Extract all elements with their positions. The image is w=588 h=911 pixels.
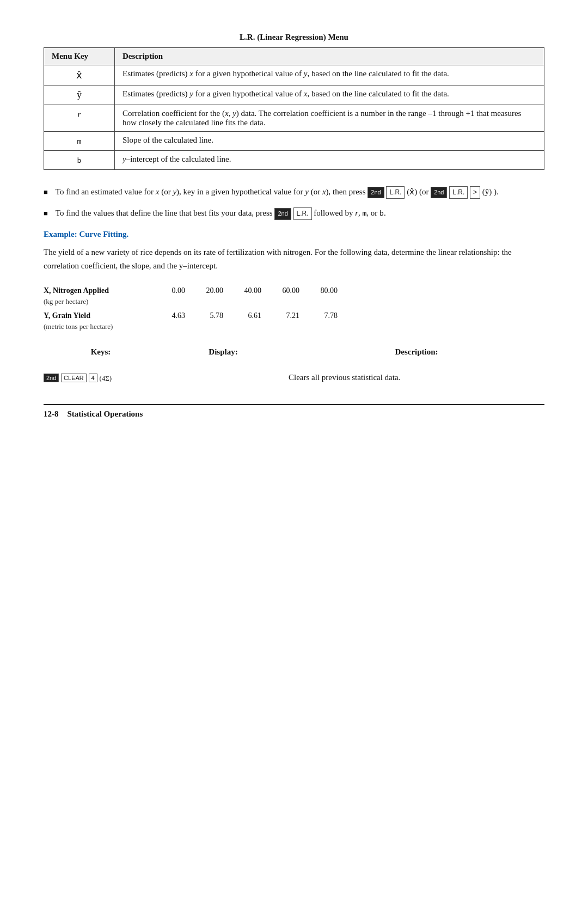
key-2nd-3: 2nd bbox=[274, 208, 291, 220]
row-desc-3: Correlation coefficient for the (x, y) d… bbox=[115, 105, 544, 132]
lr-table: Menu Key Description x̂ Estimates (predi… bbox=[44, 47, 544, 170]
desc-text: Clears all previous statistical data. bbox=[289, 373, 400, 382]
keys-header: Keys: bbox=[44, 347, 158, 357]
display-col-content bbox=[163, 373, 283, 383]
y-val-4: 7.78 bbox=[305, 310, 343, 321]
row-desc-1: Estimates (predicts) x for a given hypot… bbox=[115, 65, 544, 85]
table-row: r Correlation coefficient for the (x, y)… bbox=[44, 105, 544, 132]
y-unit: (metric tons per hectare) bbox=[44, 321, 152, 332]
key-symbol-xhat: x̂ bbox=[44, 65, 115, 85]
x-label: X, Nitrogen Applied bbox=[44, 285, 152, 296]
display-header-col: Display: bbox=[163, 347, 283, 361]
x-label-col: X, Nitrogen Applied (kg per hectare) bbox=[44, 285, 152, 307]
key-clear: CLEAR bbox=[61, 374, 87, 382]
key-4sigma-label: (4Σ) bbox=[99, 374, 112, 382]
y-values: 4.63 5.78 6.61 7.21 7.78 bbox=[152, 310, 544, 321]
row-desc-2: Estimates (predicts) y for a given hypot… bbox=[115, 85, 544, 105]
y-data-row: Y, Grain Yield (metric tons per hectare)… bbox=[44, 310, 544, 332]
keys-display-desc-row: 2nd CLEAR 4 (4Σ) Clears all previous sta… bbox=[44, 373, 544, 383]
key-lr-3: L.R. bbox=[293, 207, 312, 220]
x-unit: (kg per hectare) bbox=[44, 296, 152, 307]
key-2nd-clear: 2nd bbox=[44, 374, 59, 382]
bullet-text-2: To find the values that define the line … bbox=[56, 206, 386, 220]
row-desc-4: Slope of the calculated line. bbox=[115, 132, 544, 151]
y-val-1: 5.78 bbox=[191, 310, 229, 321]
key-lr-2: L.R. bbox=[449, 186, 468, 199]
footer-bar: 12-8 Statistical Operations bbox=[44, 404, 544, 419]
y-label-col: Y, Grain Yield (metric tons per hectare) bbox=[44, 310, 152, 332]
x-values: 0.00 20.00 40.00 60.00 80.00 bbox=[152, 285, 544, 296]
key-symbol-yhat: ŷ bbox=[44, 85, 115, 105]
key-lr-1: L.R. bbox=[386, 186, 405, 199]
example-paragraph: The yield of a new variety of rice depen… bbox=[44, 246, 544, 273]
table-row: m Slope of the calculated line. bbox=[44, 132, 544, 151]
x-val-2: 40.00 bbox=[229, 285, 267, 296]
footer-title: Statistical Operations bbox=[68, 409, 143, 419]
desc-header-col: Description: bbox=[283, 347, 544, 361]
col-header-key: Menu Key bbox=[44, 48, 115, 65]
key-4: 4 bbox=[89, 374, 97, 382]
key-symbol-m: m bbox=[44, 132, 115, 151]
x-val-1: 20.00 bbox=[191, 285, 229, 296]
display-header: Display: bbox=[169, 347, 278, 357]
keys-section: Keys: Display: Description: 2nd CLEAR 4 … bbox=[44, 347, 544, 383]
key-symbol-b: b bbox=[44, 151, 115, 170]
key-2nd-2: 2nd bbox=[431, 187, 447, 199]
table-row: x̂ Estimates (predicts) x for a given hy… bbox=[44, 65, 544, 85]
bullet-item-1: ■ To find an estimated value for x (or y… bbox=[44, 185, 544, 199]
bullet-icon-2: ■ bbox=[44, 208, 48, 219]
lr-menu-title: L.R. (Linear Regression) Menu bbox=[44, 33, 544, 42]
keys-header-col: Keys: bbox=[44, 347, 163, 361]
x-data-row: X, Nitrogen Applied (kg per hectare) 0.0… bbox=[44, 285, 544, 307]
table-row: b y–intercept of the calculated line. bbox=[44, 151, 544, 170]
keys-display-desc-headers: Keys: Display: Description: bbox=[44, 347, 544, 361]
x-val-3: 60.00 bbox=[267, 285, 305, 296]
key-arrow: > bbox=[470, 186, 480, 199]
row-desc-5: y–intercept of the calculated line. bbox=[115, 151, 544, 170]
desc-col-content: Clears all previous statistical data. bbox=[283, 373, 544, 383]
desc-header: Description: bbox=[289, 347, 544, 357]
x-val-4: 80.00 bbox=[305, 285, 343, 296]
keys-col-content: 2nd CLEAR 4 (4Σ) bbox=[44, 373, 163, 383]
y-label: Y, Grain Yield bbox=[44, 310, 152, 321]
bullet-item-2: ■ To find the values that define the lin… bbox=[44, 206, 544, 220]
y-val-3: 7.21 bbox=[267, 310, 305, 321]
y-val-2: 6.61 bbox=[229, 310, 267, 321]
data-table-section: X, Nitrogen Applied (kg per hectare) 0.0… bbox=[44, 285, 544, 332]
y-val-0: 4.63 bbox=[152, 310, 191, 321]
bullet-icon-1: ■ bbox=[44, 187, 48, 198]
bullet-section: ■ To find an estimated value for x (or y… bbox=[44, 185, 544, 220]
example-label: Example: Curve Fitting. bbox=[44, 230, 544, 239]
key-symbol-r: r bbox=[44, 105, 115, 132]
table-row: ŷ Estimates (predicts) y for a given hyp… bbox=[44, 85, 544, 105]
bullet-text-1: To find an estimated value for x (or y),… bbox=[56, 185, 499, 199]
key-2nd-1: 2nd bbox=[367, 187, 384, 199]
col-header-desc: Description bbox=[115, 48, 544, 65]
x-val-0: 0.00 bbox=[152, 285, 191, 296]
footer-page: 12-8 bbox=[44, 409, 59, 419]
